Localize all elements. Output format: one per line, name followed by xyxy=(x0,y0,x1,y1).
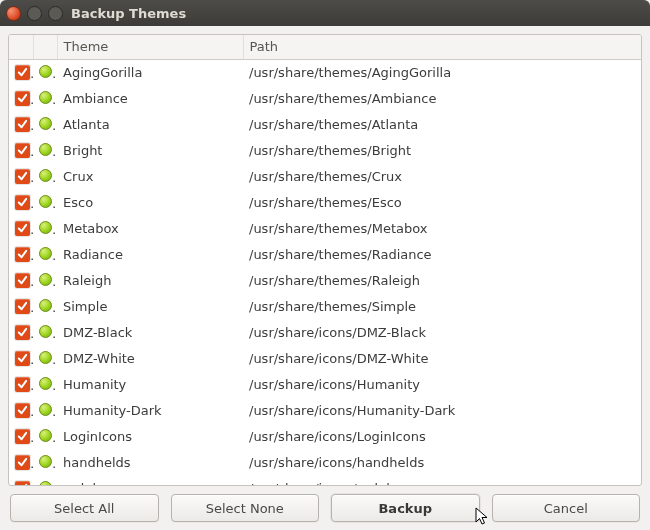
checkbox[interactable] xyxy=(15,299,30,314)
theme-name-cell: AgingGorilla xyxy=(57,60,243,86)
table-row[interactable]: Simple/usr/share/themes/Simple xyxy=(9,294,641,320)
checkbox[interactable] xyxy=(15,273,30,288)
theme-status-icon xyxy=(39,117,52,130)
theme-status-icon xyxy=(39,377,52,390)
theme-status-icon xyxy=(39,65,52,78)
checkbox[interactable] xyxy=(15,481,30,486)
table-row[interactable]: Humanity-Dark/usr/share/icons/Humanity-D… xyxy=(9,398,641,424)
themes-table: Theme Path AgingGorilla/usr/share/themes… xyxy=(9,35,641,485)
theme-status-icon xyxy=(39,91,52,104)
table-row[interactable]: AgingGorilla/usr/share/themes/AgingGoril… xyxy=(9,60,641,86)
theme-path-cell: /usr/share/icons/redglass xyxy=(243,476,641,486)
theme-name-cell: LoginIcons xyxy=(57,424,243,450)
theme-status-icon xyxy=(39,455,52,468)
column-header-path[interactable]: Path xyxy=(243,35,641,60)
table-row[interactable]: Bright/usr/share/themes/Bright xyxy=(9,138,641,164)
theme-path-cell: /usr/share/icons/DMZ-Black xyxy=(243,320,641,346)
theme-status-icon xyxy=(39,273,52,286)
table-row[interactable]: handhelds/usr/share/icons/handhelds xyxy=(9,450,641,476)
table-row[interactable]: Esco/usr/share/themes/Esco xyxy=(9,190,641,216)
select-none-button[interactable]: Select None xyxy=(171,494,320,522)
theme-status-icon xyxy=(39,169,52,182)
checkbox[interactable] xyxy=(15,143,30,158)
column-header-theme[interactable]: Theme xyxy=(57,35,243,60)
theme-name-cell: DMZ-White xyxy=(57,346,243,372)
theme-status-icon xyxy=(39,195,52,208)
theme-name-cell: Raleigh xyxy=(57,268,243,294)
table-row[interactable]: Raleigh/usr/share/themes/Raleigh xyxy=(9,268,641,294)
theme-name-cell: Humanity-Dark xyxy=(57,398,243,424)
checkbox[interactable] xyxy=(15,325,30,340)
minimize-icon[interactable] xyxy=(27,6,42,21)
titlebar[interactable]: Backup Themes xyxy=(0,0,650,26)
theme-path-cell: /usr/share/themes/Metabox xyxy=(243,216,641,242)
theme-name-cell: redglass xyxy=(57,476,243,486)
theme-status-icon xyxy=(39,403,52,416)
column-header-check[interactable] xyxy=(9,35,33,60)
table-row[interactable]: Metabox/usr/share/themes/Metabox xyxy=(9,216,641,242)
theme-path-cell: /usr/share/themes/Ambiance xyxy=(243,86,641,112)
theme-path-cell: /usr/share/themes/Radiance xyxy=(243,242,641,268)
backup-button[interactable]: Backup xyxy=(331,494,480,522)
theme-status-icon xyxy=(39,481,52,486)
checkbox[interactable] xyxy=(15,169,30,184)
theme-name-cell: Humanity xyxy=(57,372,243,398)
theme-status-icon xyxy=(39,351,52,364)
theme-path-cell: /usr/share/icons/LoginIcons xyxy=(243,424,641,450)
checkbox[interactable] xyxy=(15,429,30,444)
table-row[interactable]: Atlanta/usr/share/themes/Atlanta xyxy=(9,112,641,138)
checkbox[interactable] xyxy=(15,91,30,106)
theme-name-cell: Bright xyxy=(57,138,243,164)
dialog-buttons: Select All Select None Backup Cancel xyxy=(8,492,642,522)
checkbox[interactable] xyxy=(15,117,30,132)
theme-status-icon xyxy=(39,143,52,156)
themes-list-scroll[interactable]: Theme Path AgingGorilla/usr/share/themes… xyxy=(9,35,641,485)
theme-name-cell: Radiance xyxy=(57,242,243,268)
table-row[interactable]: DMZ-White/usr/share/icons/DMZ-White xyxy=(9,346,641,372)
close-icon[interactable] xyxy=(6,6,21,21)
theme-name-cell: Metabox xyxy=(57,216,243,242)
theme-status-icon xyxy=(39,221,52,234)
backup-themes-window: Backup Themes Theme Path xyxy=(0,0,650,530)
checkbox[interactable] xyxy=(15,455,30,470)
checkbox[interactable] xyxy=(15,195,30,210)
dialog-content: Theme Path AgingGorilla/usr/share/themes… xyxy=(0,26,650,530)
theme-path-cell: /usr/share/themes/Simple xyxy=(243,294,641,320)
table-row[interactable]: DMZ-Black/usr/share/icons/DMZ-Black xyxy=(9,320,641,346)
theme-name-cell: Crux xyxy=(57,164,243,190)
theme-path-cell: /usr/share/icons/DMZ-White xyxy=(243,346,641,372)
checkbox[interactable] xyxy=(15,65,30,80)
checkbox[interactable] xyxy=(15,221,30,236)
theme-status-icon xyxy=(39,299,52,312)
select-all-button[interactable]: Select All xyxy=(10,494,159,522)
checkbox[interactable] xyxy=(15,377,30,392)
theme-status-icon xyxy=(39,247,52,260)
window-title: Backup Themes xyxy=(71,6,186,21)
table-row[interactable]: Ambiance/usr/share/themes/Ambiance xyxy=(9,86,641,112)
theme-path-cell: /usr/share/themes/Crux xyxy=(243,164,641,190)
table-row[interactable]: Radiance/usr/share/themes/Radiance xyxy=(9,242,641,268)
window-controls xyxy=(6,6,63,21)
theme-path-cell: /usr/share/icons/Humanity xyxy=(243,372,641,398)
theme-path-cell: /usr/share/themes/AgingGorilla xyxy=(243,60,641,86)
theme-path-cell: /usr/share/themes/Esco xyxy=(243,190,641,216)
theme-path-cell: /usr/share/themes/Atlanta xyxy=(243,112,641,138)
column-header-icon[interactable] xyxy=(33,35,57,60)
table-header-row: Theme Path xyxy=(9,35,641,60)
checkbox[interactable] xyxy=(15,403,30,418)
cancel-button[interactable]: Cancel xyxy=(492,494,641,522)
table-row[interactable]: Humanity/usr/share/icons/Humanity xyxy=(9,372,641,398)
checkbox[interactable] xyxy=(15,351,30,366)
table-row[interactable]: redglass/usr/share/icons/redglass xyxy=(9,476,641,486)
theme-name-cell: Esco xyxy=(57,190,243,216)
theme-name-cell: DMZ-Black xyxy=(57,320,243,346)
checkbox[interactable] xyxy=(15,247,30,262)
theme-path-cell: /usr/share/themes/Raleigh xyxy=(243,268,641,294)
table-row[interactable]: Crux/usr/share/themes/Crux xyxy=(9,164,641,190)
themes-list: Theme Path AgingGorilla/usr/share/themes… xyxy=(8,34,642,486)
theme-name-cell: handhelds xyxy=(57,450,243,476)
maximize-icon[interactable] xyxy=(48,6,63,21)
theme-path-cell: /usr/share/icons/Humanity-Dark xyxy=(243,398,641,424)
table-row[interactable]: LoginIcons/usr/share/icons/LoginIcons xyxy=(9,424,641,450)
theme-status-icon xyxy=(39,429,52,442)
